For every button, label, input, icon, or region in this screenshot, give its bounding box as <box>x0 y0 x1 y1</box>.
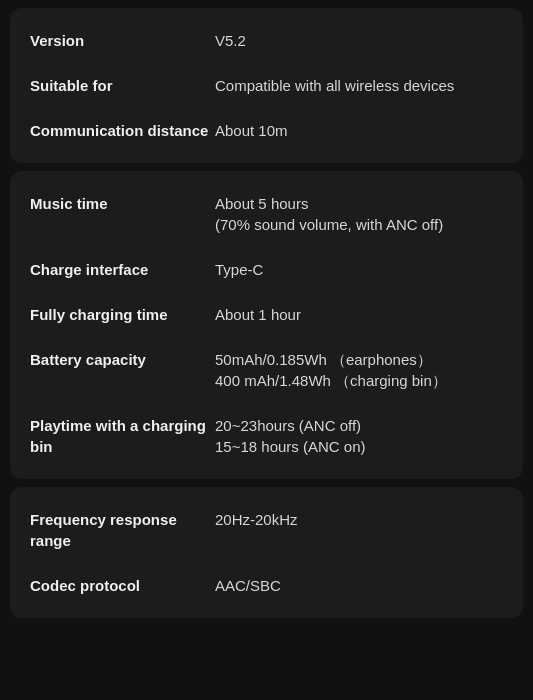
spec-value-codec-protocol: AAC/SBC <box>215 575 503 596</box>
spec-label-codec-protocol: Codec protocol <box>30 575 215 596</box>
spec-label-suitable-for: Suitable for <box>30 75 215 96</box>
spec-label-battery-capacity: Battery capacity <box>30 349 215 370</box>
spec-value-fully-charging-time: About 1 hour <box>215 304 503 325</box>
spec-value-communication-distance: About 10m <box>215 120 503 141</box>
spec-value-version: V5.2 <box>215 30 503 51</box>
spec-label-version: Version <box>30 30 215 51</box>
spec-row-charge-interface: Charge interfaceType-C <box>10 247 523 292</box>
spec-row-music-time: Music timeAbout 5 hours(70% sound volume… <box>10 181 523 247</box>
spec-row-frequency-response-range: Frequency response range20Hz-20kHz <box>10 497 523 563</box>
spec-label-music-time: Music time <box>30 193 215 214</box>
spec-section-section-1: VersionV5.2Suitable forCompatible with a… <box>10 8 523 163</box>
spec-value-playtime-charging-bin: 20~23hours (ANC off)15~18 hours (ANC on) <box>215 415 503 457</box>
spec-value-charge-interface: Type-C <box>215 259 503 280</box>
spec-value-frequency-response-range: 20Hz-20kHz <box>215 509 503 530</box>
spec-row-fully-charging-time: Fully charging timeAbout 1 hour <box>10 292 523 337</box>
spec-section-section-2: Music timeAbout 5 hours(70% sound volume… <box>10 171 523 479</box>
page-container: VersionV5.2Suitable forCompatible with a… <box>0 8 533 618</box>
spec-row-communication-distance: Communication distanceAbout 10m <box>10 108 523 153</box>
spec-value-music-time: About 5 hours(70% sound volume, with ANC… <box>215 193 503 235</box>
spec-row-battery-capacity: Battery capacity50mAh/0.185Wh （earphones… <box>10 337 523 403</box>
spec-row-codec-protocol: Codec protocolAAC/SBC <box>10 563 523 608</box>
spec-row-version: VersionV5.2 <box>10 18 523 63</box>
spec-label-charge-interface: Charge interface <box>30 259 215 280</box>
spec-label-communication-distance: Communication distance <box>30 120 215 141</box>
spec-value-suitable-for: Compatible with all wireless devices <box>215 75 503 96</box>
spec-value-battery-capacity: 50mAh/0.185Wh （earphones）400 mAh/1.48Wh … <box>215 349 503 391</box>
spec-row-suitable-for: Suitable forCompatible with all wireless… <box>10 63 523 108</box>
spec-label-frequency-response-range: Frequency response range <box>30 509 215 551</box>
spec-label-fully-charging-time: Fully charging time <box>30 304 215 325</box>
spec-label-playtime-charging-bin: Playtime with a charging bin <box>30 415 215 457</box>
spec-section-section-3: Frequency response range20Hz-20kHzCodec … <box>10 487 523 618</box>
spec-row-playtime-charging-bin: Playtime with a charging bin20~23hours (… <box>10 403 523 469</box>
